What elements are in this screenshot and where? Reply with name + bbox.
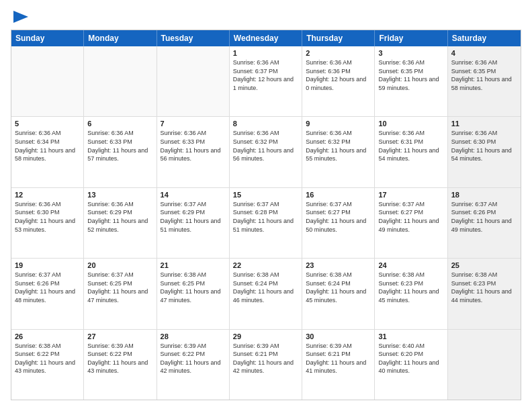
cal-cell-r1-c1: 6Sunrise: 6:36 AM Sunset: 6:33 PM Daylig… [84, 117, 157, 187]
day-info: Sunrise: 6:36 AM Sunset: 6:32 PM Dayligh… [233, 129, 298, 163]
logo [11, 11, 28, 23]
cal-cell-r0-c5: 3Sunrise: 6:36 AM Sunset: 6:35 PM Daylig… [375, 46, 447, 116]
day-number: 23 [306, 261, 371, 269]
calendar: SundayMondayTuesdayWednesdayThursdayFrid… [11, 30, 521, 400]
day-info: Sunrise: 6:37 AM Sunset: 6:27 PM Dayligh… [378, 200, 443, 234]
day-info: Sunrise: 6:37 AM Sunset: 6:25 PM Dayligh… [87, 271, 152, 304]
cal-cell-r1-c0: 5Sunrise: 6:36 AM Sunset: 6:34 PM Daylig… [11, 117, 84, 187]
day-number: 2 [306, 49, 371, 57]
day-info: Sunrise: 6:36 AM Sunset: 6:36 PM Dayligh… [306, 58, 371, 92]
cal-cell-r1-c4: 9Sunrise: 6:36 AM Sunset: 6:32 PM Daylig… [302, 117, 375, 187]
cal-cell-r4-c4: 30Sunrise: 6:39 AM Sunset: 6:21 PM Dayli… [302, 330, 375, 400]
weekday-header-tuesday: Tuesday [157, 30, 230, 46]
day-info: Sunrise: 6:39 AM Sunset: 6:21 PM Dayligh… [233, 342, 298, 375]
day-number: 31 [378, 332, 443, 340]
day-info: Sunrise: 6:36 AM Sunset: 6:29 PM Dayligh… [87, 200, 152, 234]
day-info: Sunrise: 6:36 AM Sunset: 6:33 PM Dayligh… [161, 129, 226, 163]
day-number: 13 [87, 191, 152, 199]
day-info: Sunrise: 6:37 AM Sunset: 6:28 PM Dayligh… [233, 200, 298, 234]
day-number: 24 [378, 261, 443, 269]
day-info: Sunrise: 6:39 AM Sunset: 6:22 PM Dayligh… [87, 342, 152, 375]
day-info: Sunrise: 6:36 AM Sunset: 6:35 PM Dayligh… [378, 58, 443, 92]
calendar-row-2: 12Sunrise: 6:36 AM Sunset: 6:30 PM Dayli… [11, 188, 521, 259]
day-info: Sunrise: 6:38 AM Sunset: 6:25 PM Dayligh… [161, 271, 226, 304]
cal-cell-r2-c5: 17Sunrise: 6:37 AM Sunset: 6:27 PM Dayli… [375, 188, 447, 258]
weekday-header-thursday: Thursday [302, 30, 375, 46]
cal-cell-r1-c5: 10Sunrise: 6:36 AM Sunset: 6:31 PM Dayli… [375, 117, 447, 187]
day-info: Sunrise: 6:37 AM Sunset: 6:26 PM Dayligh… [451, 200, 517, 234]
day-info: Sunrise: 6:38 AM Sunset: 6:23 PM Dayligh… [378, 271, 443, 304]
day-info: Sunrise: 6:38 AM Sunset: 6:24 PM Dayligh… [233, 271, 298, 304]
calendar-row-1: 5Sunrise: 6:36 AM Sunset: 6:34 PM Daylig… [11, 117, 521, 187]
cal-cell-r3-c0: 19Sunrise: 6:37 AM Sunset: 6:26 PM Dayli… [11, 259, 84, 328]
cal-cell-r1-c6: 11Sunrise: 6:36 AM Sunset: 6:30 PM Dayli… [448, 117, 521, 187]
cal-cell-r0-c4: 2Sunrise: 6:36 AM Sunset: 6:36 PM Daylig… [302, 46, 375, 116]
svg-marker-0 [13, 11, 28, 23]
day-info: Sunrise: 6:39 AM Sunset: 6:21 PM Dayligh… [306, 342, 371, 375]
day-info: Sunrise: 6:36 AM Sunset: 6:31 PM Dayligh… [378, 129, 443, 163]
day-number: 6 [87, 120, 152, 128]
cal-cell-r2-c2: 14Sunrise: 6:37 AM Sunset: 6:29 PM Dayli… [157, 188, 230, 258]
cal-cell-r2-c0: 12Sunrise: 6:36 AM Sunset: 6:30 PM Dayli… [11, 188, 84, 258]
day-number: 11 [451, 120, 517, 128]
day-info: Sunrise: 6:36 AM Sunset: 6:34 PM Dayligh… [15, 129, 80, 163]
calendar-body: 1Sunrise: 6:36 AM Sunset: 6:37 PM Daylig… [11, 46, 521, 400]
cal-cell-r0-c0 [11, 46, 84, 116]
calendar-header: SundayMondayTuesdayWednesdayThursdayFrid… [11, 30, 521, 46]
day-number: 16 [306, 191, 371, 199]
day-info: Sunrise: 6:37 AM Sunset: 6:26 PM Dayligh… [15, 271, 80, 304]
day-number: 4 [451, 49, 517, 57]
weekday-header-monday: Monday [84, 30, 157, 46]
day-number: 20 [87, 261, 152, 269]
cal-cell-r4-c3: 29Sunrise: 6:39 AM Sunset: 6:21 PM Dayli… [230, 330, 302, 400]
cal-cell-r3-c4: 23Sunrise: 6:38 AM Sunset: 6:24 PM Dayli… [302, 259, 375, 328]
weekday-header-friday: Friday [375, 30, 447, 46]
cal-cell-r2-c3: 15Sunrise: 6:37 AM Sunset: 6:28 PM Dayli… [230, 188, 302, 258]
day-info: Sunrise: 6:38 AM Sunset: 6:22 PM Dayligh… [15, 342, 80, 375]
day-number: 12 [15, 191, 80, 199]
calendar-row-0: 1Sunrise: 6:36 AM Sunset: 6:37 PM Daylig… [11, 46, 521, 117]
day-number: 21 [161, 261, 226, 269]
day-info: Sunrise: 6:36 AM Sunset: 6:37 PM Dayligh… [233, 58, 298, 92]
weekday-header-wednesday: Wednesday [230, 30, 302, 46]
day-info: Sunrise: 6:36 AM Sunset: 6:30 PM Dayligh… [451, 129, 517, 163]
cal-cell-r3-c3: 22Sunrise: 6:38 AM Sunset: 6:24 PM Dayli… [230, 259, 302, 328]
day-number: 26 [15, 332, 80, 340]
day-number: 15 [233, 191, 298, 199]
cal-cell-r2-c4: 16Sunrise: 6:37 AM Sunset: 6:27 PM Dayli… [302, 188, 375, 258]
day-number: 25 [451, 261, 517, 269]
day-number: 28 [161, 332, 226, 340]
day-number: 14 [161, 191, 226, 199]
day-info: Sunrise: 6:37 AM Sunset: 6:29 PM Dayligh… [161, 200, 226, 234]
cal-cell-r4-c6 [448, 330, 521, 400]
day-info: Sunrise: 6:40 AM Sunset: 6:20 PM Dayligh… [378, 342, 443, 375]
cal-cell-r1-c3: 8Sunrise: 6:36 AM Sunset: 6:32 PM Daylig… [230, 117, 302, 187]
cal-cell-r3-c5: 24Sunrise: 6:38 AM Sunset: 6:23 PM Dayli… [375, 259, 447, 328]
day-number: 8 [233, 120, 298, 128]
cal-cell-r2-c6: 18Sunrise: 6:37 AM Sunset: 6:26 PM Dayli… [448, 188, 521, 258]
cal-cell-r0-c1 [84, 46, 157, 116]
day-number: 7 [161, 120, 226, 128]
day-info: Sunrise: 6:36 AM Sunset: 6:35 PM Dayligh… [451, 58, 517, 92]
header [11, 11, 521, 23]
day-info: Sunrise: 6:37 AM Sunset: 6:27 PM Dayligh… [306, 200, 371, 234]
cal-cell-r3-c2: 21Sunrise: 6:38 AM Sunset: 6:25 PM Dayli… [157, 259, 230, 328]
cal-cell-r2-c1: 13Sunrise: 6:36 AM Sunset: 6:29 PM Dayli… [84, 188, 157, 258]
day-number: 18 [451, 191, 517, 199]
day-number: 22 [233, 261, 298, 269]
weekday-header-sunday: Sunday [11, 30, 84, 46]
day-info: Sunrise: 6:36 AM Sunset: 6:32 PM Dayligh… [306, 129, 371, 163]
day-number: 1 [233, 49, 298, 57]
cal-cell-r3-c6: 25Sunrise: 6:38 AM Sunset: 6:23 PM Dayli… [448, 259, 521, 328]
day-info: Sunrise: 6:36 AM Sunset: 6:30 PM Dayligh… [15, 200, 80, 234]
day-number: 30 [306, 332, 371, 340]
weekday-header-saturday: Saturday [448, 30, 521, 46]
cal-cell-r0-c3: 1Sunrise: 6:36 AM Sunset: 6:37 PM Daylig… [230, 46, 302, 116]
calendar-row-4: 26Sunrise: 6:38 AM Sunset: 6:22 PM Dayli… [11, 330, 521, 400]
day-number: 5 [15, 120, 80, 128]
logo-icon [13, 11, 28, 23]
day-number: 27 [87, 332, 152, 340]
day-info: Sunrise: 6:38 AM Sunset: 6:23 PM Dayligh… [451, 271, 517, 304]
cal-cell-r3-c1: 20Sunrise: 6:37 AM Sunset: 6:25 PM Dayli… [84, 259, 157, 328]
day-number: 19 [15, 261, 80, 269]
